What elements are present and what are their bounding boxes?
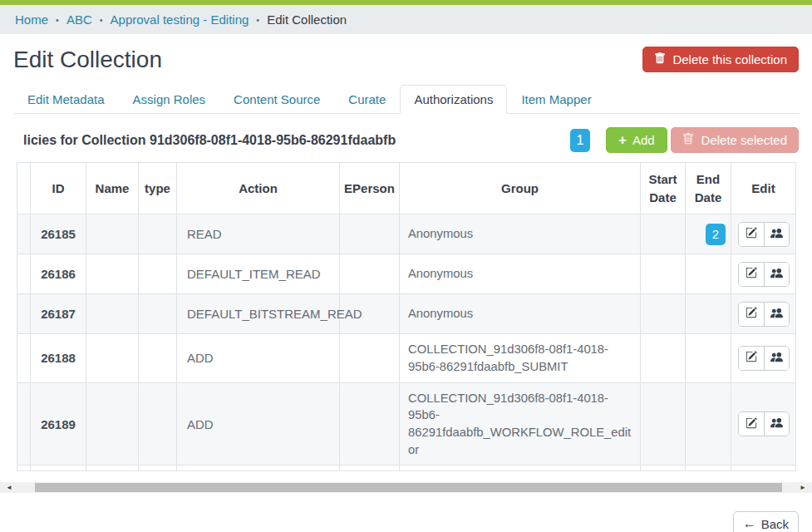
column-header: End Date xyxy=(686,163,731,214)
policy-id-cell: 26185 xyxy=(31,214,86,254)
pencil-square-icon xyxy=(746,267,757,281)
breadcrumb-item[interactable]: Approval testing - Editing xyxy=(111,12,249,27)
policy-type-cell xyxy=(139,214,177,254)
policy-name-cell xyxy=(86,254,139,294)
policy-name-cell xyxy=(86,334,139,382)
edit-group-button[interactable] xyxy=(764,347,789,370)
tab-content-source[interactable]: Content Source xyxy=(219,85,334,114)
edit-policy-button[interactable] xyxy=(739,412,764,436)
table-row: 26189 ADD COLLECTION_91d306f8-08f1-4018-… xyxy=(17,382,796,466)
edit-group-button[interactable] xyxy=(764,303,789,326)
policy-action-cell: DEFAULT_ITEM_READ xyxy=(177,254,340,294)
breadcrumb-separator: • xyxy=(56,15,59,25)
edit-group-button[interactable] xyxy=(764,412,789,436)
policy-end-date-cell xyxy=(686,382,731,466)
breadcrumb-item[interactable]: ABC xyxy=(66,12,92,27)
column-header: EPerson xyxy=(340,163,400,214)
row-select-cell xyxy=(17,214,31,254)
edit-group-button[interactable] xyxy=(764,223,789,246)
scroll-left-arrow-icon[interactable]: ◄ xyxy=(3,482,15,493)
people-icon xyxy=(770,351,783,366)
edit-button-group xyxy=(738,302,790,327)
plus-icon: + xyxy=(618,133,627,147)
policy-edit-cell xyxy=(731,254,796,294)
policies-heading: licies for Collection 91d306f8-08f1-4018… xyxy=(13,133,396,148)
tab-item-mapper[interactable]: Item Mapper xyxy=(507,85,605,114)
column-header xyxy=(17,163,31,214)
column-header: Group xyxy=(400,163,641,214)
policy-edit-cell xyxy=(731,214,796,254)
policies-table-header-row: IDNametypeActionEPersonGroupStart DateEn… xyxy=(17,163,796,214)
pencil-square-icon xyxy=(746,417,757,431)
people-icon xyxy=(770,307,783,322)
policy-end-date-cell xyxy=(686,254,731,294)
policy-group-cell: COLLECTION_91d306f8-08f1-4018-95b6-86291… xyxy=(400,382,641,466)
policy-group-cell: Anonymous xyxy=(400,294,641,334)
row-select-cell xyxy=(17,382,31,466)
back-arrow-icon: ← xyxy=(743,516,756,531)
tab-edit-metadata[interactable]: Edit Metadata xyxy=(13,85,119,114)
pencil-square-icon xyxy=(746,227,757,241)
policy-type-cell xyxy=(139,334,177,382)
policy-start-date-cell xyxy=(641,382,686,466)
table-row: 26185 READ Anonymous 2 xyxy=(17,214,796,254)
policy-edit-cell xyxy=(731,382,796,466)
row-select-cell xyxy=(17,294,31,334)
column-header: ID xyxy=(31,163,86,214)
edit-policy-button[interactable] xyxy=(739,303,764,326)
scrollbar-thumb[interactable] xyxy=(35,483,782,492)
policies-table: IDNametypeActionEPersonGroupStart DateEn… xyxy=(17,162,796,471)
policy-start-date-cell xyxy=(641,334,686,382)
scroll-right-arrow-icon[interactable]: ► xyxy=(797,482,809,493)
edit-group-button[interactable] xyxy=(764,263,789,286)
policy-group-cell: COLLECTION_91d306f8-08f1-4018-95b6-86291… xyxy=(400,334,641,382)
row-select-cell xyxy=(17,254,31,294)
breadcrumb: Home•ABC•Approval testing - Editing•Edit… xyxy=(0,5,812,34)
table-row: 26188 ADD COLLECTION_91d306f8-08f1-4018-… xyxy=(17,334,796,382)
policy-start-date-cell xyxy=(641,294,686,334)
edit-policy-button[interactable] xyxy=(739,223,764,246)
back-button[interactable]: ← Back xyxy=(733,511,799,532)
delete-collection-button[interactable]: Delete this collection xyxy=(642,47,799,72)
add-policy-label: Add xyxy=(632,133,655,147)
policy-eperson-cell xyxy=(340,214,400,254)
policy-end-date-cell xyxy=(686,294,731,334)
horizontal-scrollbar[interactable]: ◄ ► xyxy=(0,482,812,493)
table-row: 26186 DEFAULT_ITEM_READ Anonymous xyxy=(17,254,796,294)
policy-end-date-cell: 2 xyxy=(686,214,731,254)
row-select-cell xyxy=(17,334,31,382)
policy-type-cell xyxy=(139,382,177,466)
tab-bar: Edit MetadataAssign RolesContent SourceC… xyxy=(13,85,799,114)
page-title: Edit Collection xyxy=(13,47,162,73)
column-header: Edit xyxy=(731,163,796,214)
policy-id-cell: 26189 xyxy=(31,382,86,466)
delete-selected-button[interactable]: Delete selected xyxy=(671,127,799,153)
policy-group-cell: Anonymous xyxy=(400,254,641,294)
tab-curate[interactable]: Curate xyxy=(334,85,400,114)
breadcrumb-item: Edit Collection xyxy=(267,12,347,27)
policy-action-cell: ADD xyxy=(177,334,340,382)
policy-group-cell: Anonymous xyxy=(400,214,641,254)
policies-table-container: IDNametypeActionEPersonGroupStart DateEn… xyxy=(17,162,795,471)
people-icon xyxy=(770,267,783,282)
breadcrumb-item[interactable]: Home xyxy=(15,12,48,27)
trash-icon xyxy=(654,52,666,66)
policy-eperson-cell xyxy=(340,254,400,294)
policy-end-date-cell xyxy=(686,334,731,382)
policy-type-cell xyxy=(139,294,177,334)
tab-assign-roles[interactable]: Assign Roles xyxy=(119,85,220,114)
tab-authorizations[interactable]: Authorizations xyxy=(400,85,507,114)
edit-policy-button[interactable] xyxy=(739,347,764,370)
add-policy-button[interactable]: + Add xyxy=(606,127,667,153)
column-header: Name xyxy=(86,163,139,214)
back-label: Back xyxy=(761,517,789,531)
policy-id-cell: 26187 xyxy=(31,294,86,334)
edit-policy-button[interactable] xyxy=(739,263,764,286)
pencil-square-icon xyxy=(746,351,757,365)
policy-edit-cell xyxy=(731,334,796,382)
policy-name-cell xyxy=(86,382,139,466)
policy-eperson-cell xyxy=(340,382,400,466)
delete-selected-label: Delete selected xyxy=(701,133,787,147)
policy-action-cell: DEFAULT_BITSTREAM_READ xyxy=(177,294,340,334)
column-header: Start Date xyxy=(641,163,686,214)
